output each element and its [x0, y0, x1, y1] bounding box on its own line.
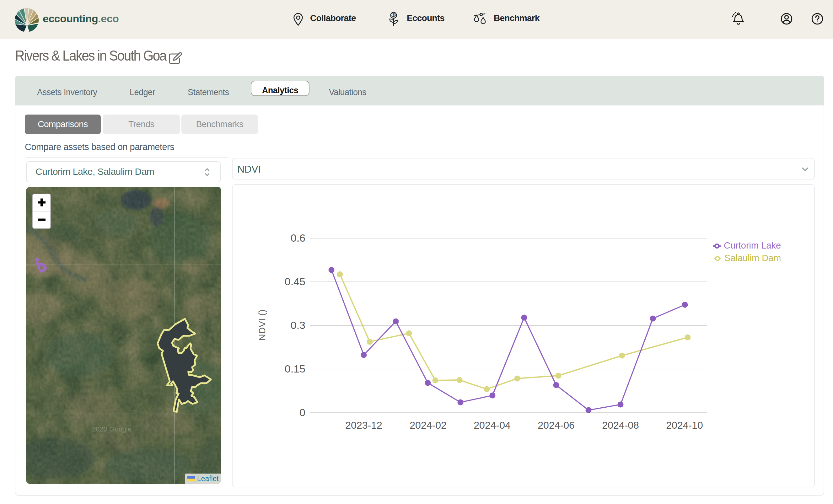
svg-text:0.15: 0.15 [285, 363, 305, 375]
svg-text:0.6: 0.6 [291, 232, 305, 244]
svg-text:$: $ [392, 14, 395, 17]
svg-text:NDVI (): NDVI () [257, 309, 267, 341]
svg-text:2024-02: 2024-02 [410, 419, 446, 431]
svg-text:2024-06: 2024-06 [538, 419, 574, 431]
svg-text:2023-12: 2023-12 [345, 419, 382, 431]
svg-text:2024-04: 2024-04 [474, 419, 510, 431]
svg-text:2023 Google: 2023 Google [92, 425, 132, 433]
svg-text:Curtorim Lake: Curtorim Lake [724, 240, 781, 250]
svg-text:0: 0 [300, 406, 305, 418]
svg-text:0.3: 0.3 [291, 319, 305, 331]
svg-text:Salaulim Dam: Salaulim Dam [724, 253, 781, 263]
svg-text:2024-10: 2024-10 [666, 419, 703, 431]
svg-text:2024-08: 2024-08 [602, 419, 639, 431]
svg-text:0.45: 0.45 [285, 275, 305, 287]
